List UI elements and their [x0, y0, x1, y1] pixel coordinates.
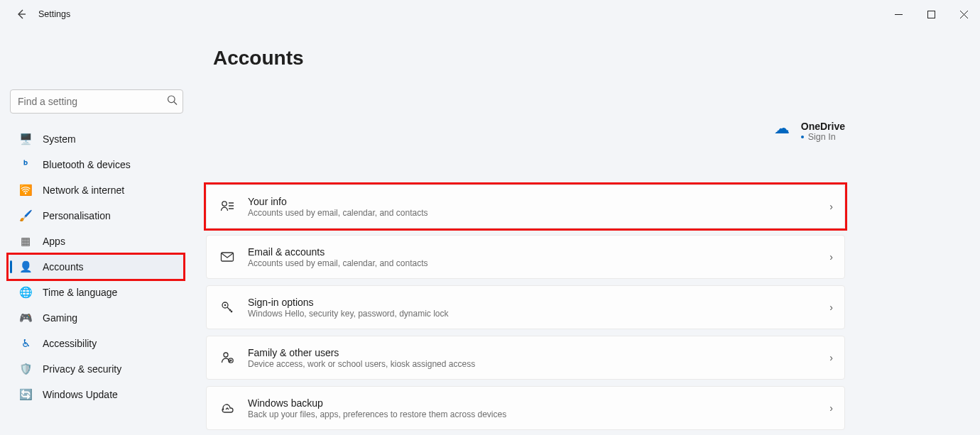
sidebar-item-label: Apps: [43, 236, 65, 247]
sidebar-item-label: System: [43, 133, 76, 145]
sidebar-nav: 🖥️ System ᵇ Bluetooth & devices 🛜 Networ…: [10, 126, 183, 407]
gamepad-icon: 🎮: [18, 311, 33, 325]
svg-point-5: [224, 304, 227, 307]
apps-icon: ▦: [18, 234, 33, 248]
sidebar-item-apps[interactable]: ▦ Apps: [10, 228, 183, 254]
cloud-icon: ☁: [774, 121, 790, 136]
card-email-accounts[interactable]: Email & accounts Accounts used by email,…: [206, 235, 845, 279]
card-text: Sign-in options Windows Hello, security …: [248, 297, 829, 319]
card-text: Family & other users Device access, work…: [248, 347, 829, 369]
window-title: Settings: [38, 9, 70, 19]
sidebar-item-time-language[interactable]: 🌐 Time & language: [10, 280, 183, 305]
accessibility-icon: ♿︎: [18, 336, 33, 351]
sidebar-item-system[interactable]: 🖥️ System: [10, 126, 183, 152]
mail-icon: [219, 249, 235, 265]
window-controls: [882, 0, 980, 28]
wifi-icon: 🛜: [18, 183, 33, 197]
sidebar-item-label: Accessibility: [43, 338, 97, 349]
card-windows-backup[interactable]: Windows backup Back up your files, apps,…: [206, 386, 845, 430]
svg-point-6: [224, 353, 228, 357]
card-subtitle: Accounts used by email, calendar, and co…: [248, 208, 829, 218]
onedrive-text: OneDrive Sign In: [801, 121, 845, 142]
card-your-info[interactable]: Your info Accounts used by email, calend…: [206, 185, 845, 228]
maximize-button[interactable]: [915, 1, 947, 27]
svg-point-1: [168, 96, 175, 103]
close-button[interactable]: [947, 1, 980, 27]
card-title: Family & other users: [248, 347, 829, 358]
onedrive-signin-link[interactable]: Sign In: [801, 132, 845, 142]
sidebar-item-accessibility[interactable]: ♿︎ Accessibility: [10, 331, 183, 356]
backup-icon: [219, 400, 235, 416]
minimize-icon: [895, 11, 903, 18]
search-input[interactable]: [10, 89, 183, 114]
card-title: Windows backup: [248, 397, 829, 409]
sidebar-item-label: Privacy & security: [43, 363, 121, 375]
search-wrap: [10, 89, 183, 114]
sidebar-item-bluetooth[interactable]: ᵇ Bluetooth & devices: [10, 152, 183, 177]
sidebar: 🖥️ System ᵇ Bluetooth & devices 🛜 Networ…: [0, 28, 206, 435]
svg-point-2: [222, 202, 227, 206]
sidebar-item-label: Windows Update: [43, 389, 118, 400]
card-title: Sign-in options: [248, 297, 829, 308]
svg-rect-0: [927, 11, 935, 18]
status-dot-icon: [801, 136, 804, 138]
sidebar-item-personalisation[interactable]: 🖌️ Personalisation: [10, 203, 183, 228]
person-card-icon: [219, 199, 235, 214]
minimize-button[interactable]: [882, 1, 915, 27]
sidebar-item-label: Accounts: [43, 261, 84, 272]
onedrive-title: OneDrive: [801, 121, 845, 132]
titlebar: Settings: [0, 0, 980, 28]
app-body: 🖥️ System ᵇ Bluetooth & devices 🛜 Networ…: [0, 28, 980, 435]
family-icon: [219, 350, 235, 365]
person-icon: 👤: [18, 260, 33, 274]
onedrive-status[interactable]: ☁ OneDrive Sign In: [774, 121, 845, 142]
search-icon: [167, 95, 178, 109]
chevron-right-icon: ›: [829, 352, 833, 363]
chevron-right-icon: ›: [829, 201, 833, 212]
chevron-right-icon: ›: [829, 302, 833, 313]
chevron-right-icon: ›: [829, 402, 833, 414]
settings-cards: Your info Accounts used by email, calend…: [206, 185, 845, 435]
card-subtitle: Back up your files, apps, preferences to…: [248, 409, 829, 419]
card-text: Your info Accounts used by email, calend…: [248, 196, 829, 218]
shield-icon: 🛡️: [18, 362, 33, 376]
main: Accounts ☁ OneDrive Sign In Your info Ac…: [206, 28, 980, 435]
card-text: Windows backup Back up your files, apps,…: [248, 397, 829, 419]
sidebar-item-privacy[interactable]: 🛡️ Privacy & security: [10, 356, 183, 382]
sidebar-item-windows-update[interactable]: 🔄 Windows Update: [10, 382, 183, 407]
sidebar-item-label: Bluetooth & devices: [43, 159, 131, 170]
paintbrush-icon: 🖌️: [18, 209, 33, 223]
back-button[interactable]: [13, 6, 30, 23]
sidebar-item-label: Time & language: [43, 287, 117, 298]
sidebar-item-gaming[interactable]: 🎮 Gaming: [10, 305, 183, 331]
system-icon: 🖥️: [18, 132, 33, 146]
chevron-right-icon: ›: [829, 251, 833, 263]
sidebar-item-network[interactable]: 🛜 Network & internet: [10, 177, 183, 203]
close-icon: [960, 11, 968, 18]
maximize-icon: [927, 11, 935, 18]
card-subtitle: Windows Hello, security key, password, d…: [248, 309, 829, 319]
arrow-left-icon: [16, 9, 27, 20]
card-signin-options[interactable]: Sign-in options Windows Hello, security …: [206, 285, 845, 329]
card-family-users[interactable]: Family & other users Device access, work…: [206, 336, 845, 380]
card-subtitle: Device access, work or school users, kio…: [248, 359, 829, 369]
sidebar-item-label: Network & internet: [43, 185, 124, 196]
sidebar-item-accounts[interactable]: 👤 Accounts: [10, 254, 183, 280]
card-subtitle: Accounts used by email, calendar, and co…: [248, 258, 829, 268]
card-title: Email & accounts: [248, 246, 829, 258]
bluetooth-icon: ᵇ: [18, 158, 33, 172]
page-title: Accounts: [213, 47, 952, 70]
update-icon: 🔄: [18, 387, 33, 402]
sidebar-item-label: Personalisation: [43, 210, 111, 221]
key-icon: [219, 299, 235, 315]
card-text: Email & accounts Accounts used by email,…: [248, 246, 829, 268]
globe-icon: 🌐: [18, 285, 33, 299]
card-title: Your info: [248, 196, 829, 207]
sidebar-item-label: Gaming: [43, 312, 77, 324]
